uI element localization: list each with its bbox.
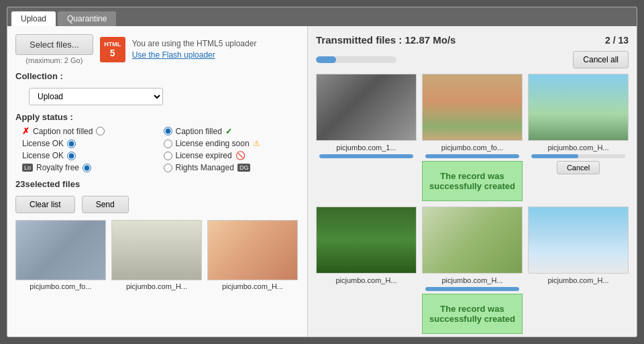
thumb-windmill: [15, 220, 106, 280]
stop-icon: 🚫: [235, 151, 246, 160]
grid-progress-fill-0: [319, 154, 413, 158]
list-item: picjumbo.com_H...: [528, 207, 629, 334]
drink-image: [423, 207, 522, 273]
collection-select-wrapper: Upload: [29, 88, 299, 105]
selected-files-count: 23selected files: [15, 179, 299, 189]
status-rights-managed: Rights Managed DG: [164, 163, 300, 172]
grid-row-1: picjumbo.com_1... picjumbo.com_fo... The…: [316, 74, 629, 201]
success-overlay-2: The record was successfully created: [422, 294, 523, 334]
select-files-button[interactable]: Select files...: [15, 34, 93, 55]
clear-list-button[interactable]: Clear list: [15, 196, 75, 213]
list-item: picjumbo.com_1...: [316, 74, 417, 201]
list-item: picjumbo.com_H... Cancel: [528, 74, 629, 201]
overall-progress-bar: [316, 56, 396, 63]
license-ok-1-label: License OK: [22, 139, 64, 148]
royalty-free-radio[interactable]: [83, 164, 91, 172]
thumb-label-1: picjumbo.com_H...: [126, 282, 187, 290]
list-item: picjumbo.com_H...: [111, 220, 202, 290]
cancel-item-button[interactable]: Cancel: [557, 161, 600, 174]
transmitted-label: Transmitted files : 12.87 Mo/s: [316, 34, 455, 46]
flash-uploader-link[interactable]: Use the Flash uploader: [132, 50, 257, 60]
writing-image: [112, 221, 201, 280]
license-expired-label: License expired: [176, 151, 232, 160]
tab-upload[interactable]: Upload: [11, 11, 56, 26]
caption-not-filled-label: Caption not filled: [33, 127, 93, 136]
license-ending-label: License ending soon: [176, 139, 250, 148]
tab-quarantine[interactable]: Quarantine: [58, 11, 116, 26]
status-license-ok-1: License OK: [22, 139, 158, 148]
list-item: picjumbo.com_H...: [207, 220, 298, 290]
dg-badge: DG: [237, 164, 251, 172]
grid-label-4: picjumbo.com_H...: [422, 276, 523, 284]
thumb-writing: [111, 220, 202, 280]
grid-label-5: picjumbo.com_H...: [528, 276, 629, 284]
windmill-image: [16, 221, 105, 280]
license-ok-1-radio[interactable]: [67, 139, 76, 148]
thumb-label-0: picjumbo.com_fo...: [30, 282, 91, 290]
grid-progress-2: [531, 154, 625, 158]
thumbnail-row: picjumbo.com_fo... picjumbo.com_H... pic…: [15, 220, 299, 290]
list-item: picjumbo.com_fo...: [15, 220, 106, 290]
status-license-ok-2: License OK: [22, 151, 158, 160]
rights-managed-radio[interactable]: [164, 164, 172, 172]
caption-not-filled-radio[interactable]: [96, 127, 105, 135]
html5-badge: HTML 5: [100, 37, 125, 62]
thumb-woman: [207, 220, 298, 280]
warn-icon: ⚠: [253, 139, 260, 148]
status-caption-not-filled: ✗ Caption not filled: [22, 126, 158, 136]
status-royalty-free: Lo Royalty free: [22, 163, 158, 172]
collection-label: Collection :: [15, 71, 63, 81]
grid-thumb-landscape: [528, 74, 629, 141]
rights-managed-label: Rights Managed: [176, 163, 234, 172]
cancel-all-button[interactable]: Cancel all: [573, 51, 629, 68]
right-header: Transmitted files : 12.87 Mo/s 2 / 13: [316, 34, 629, 46]
burger-image: [423, 74, 522, 140]
status-caption-filled: Caption filled ✓: [164, 126, 300, 136]
grid-thumb-plant: [316, 207, 417, 274]
html5-icon: HTML 5: [100, 37, 125, 62]
grid-row-2: picjumbo.com_H... picjumbo.com_H... The …: [316, 207, 629, 334]
status-grid: ✗ Caption not filled Caption filled ✓ Li…: [22, 126, 299, 172]
license-ok-2-radio[interactable]: [67, 152, 76, 160]
uploader-info: You are using the HTML5 uploader Use the…: [132, 39, 257, 60]
plant-image: [317, 207, 416, 273]
license-ok-2-label: License OK: [22, 151, 64, 160]
list-item: picjumbo.com_H...: [316, 207, 417, 334]
apply-status-label: Apply status :: [15, 112, 73, 122]
progress-cancel-row: Cancel all: [316, 51, 629, 68]
grid-thumb-sky: [528, 207, 629, 274]
success-overlay-1: The record was successfully created: [422, 161, 523, 201]
collection-select[interactable]: Upload: [29, 88, 163, 105]
list-item: picjumbo.com_fo... The record was succes…: [422, 74, 523, 201]
lo-badge: Lo: [22, 164, 33, 172]
grid-thumb-building: [316, 74, 417, 141]
grid-progress-4: [425, 287, 519, 291]
left-panel: Select files... (maximum: 2 Go) HTML 5 Y…: [7, 26, 308, 337]
main-container: Upload Quarantine Select files... (maxim…: [7, 7, 637, 337]
content-area: Select files... (maximum: 2 Go) HTML 5 Y…: [7, 26, 637, 337]
grid-label-0: picjumbo.com_1...: [316, 144, 417, 152]
grid-label-2: picjumbo.com_H...: [528, 144, 629, 152]
caption-filled-radio[interactable]: [164, 127, 172, 135]
grid-progress-fill-1: [425, 154, 519, 158]
license-expired-radio[interactable]: [164, 152, 172, 160]
page-counter: 2 / 13: [605, 35, 629, 46]
royalty-free-label: Royalty free: [36, 163, 79, 172]
max-info: (maximum: 2 Go): [25, 56, 83, 64]
grid-thumb-burger: [422, 74, 523, 141]
right-panel: Transmitted files : 12.87 Mo/s 2 / 13 Ca…: [308, 26, 637, 337]
status-license-ending: License ending soon ⚠: [164, 139, 300, 148]
grid-progress-fill-2: [531, 154, 578, 158]
license-ending-radio[interactable]: [164, 139, 172, 148]
collection-row: Collection :: [15, 71, 299, 81]
woman-image: [208, 221, 297, 280]
grid-label-1: picjumbo.com_fo...: [422, 144, 523, 152]
send-button[interactable]: Send: [82, 196, 129, 213]
grid-progress-fill-4: [425, 287, 519, 291]
thumb-label-2: picjumbo.com_H...: [222, 282, 283, 290]
x-icon: ✗: [22, 126, 30, 136]
grid-label-3: picjumbo.com_H...: [316, 276, 417, 284]
uploader-notice: You are using the HTML5 uploader: [132, 39, 257, 48]
grid-thumb-drink: [422, 207, 523, 274]
building-image: [317, 74, 416, 140]
